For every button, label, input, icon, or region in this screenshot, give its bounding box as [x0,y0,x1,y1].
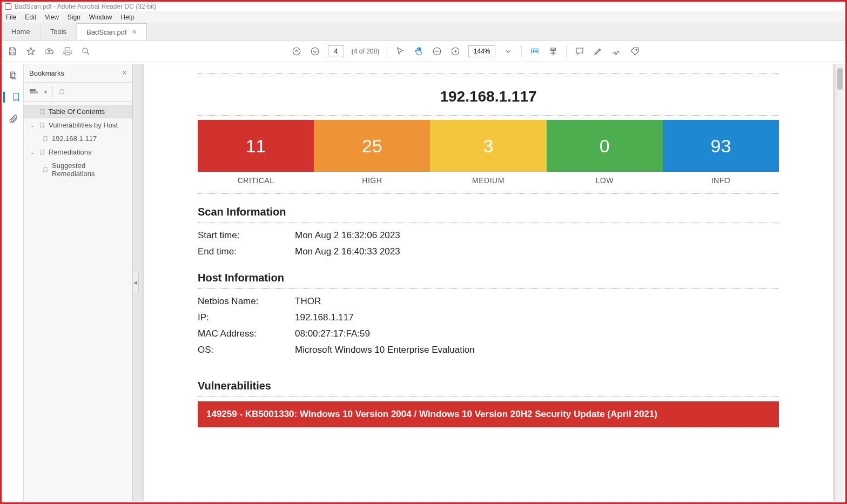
fit-page-icon[interactable] [548,46,559,57]
selection-tool-icon[interactable] [395,46,406,57]
zoom-out-icon[interactable] [432,46,442,57]
svg-rect-8 [30,90,35,91]
save-icon[interactable] [7,46,18,57]
menu-file[interactable]: File [6,14,16,21]
sign-icon[interactable] [611,46,622,57]
fit-width-icon[interactable] [529,46,540,57]
window-title: BadScan.pdf - Adobe Acrobat Reader DC (3… [15,3,156,10]
attachments-panel-icon[interactable] [8,113,19,124]
comment-icon[interactable] [574,46,585,57]
severity-info-count: 93 [663,120,779,172]
bookmark-icon [39,122,45,129]
bookmark-icon [42,135,49,143]
collapse-panel-handle[interactable]: ◀ [133,272,139,293]
severity-high-label: HIGH [314,172,430,189]
toolbar-separator [387,45,387,57]
divider [198,193,779,194]
scan-end-value: Mon Aug 2 16:40:33 2023 [295,246,400,257]
severity-high-count: 25 [314,120,430,172]
bookmark-icon [42,166,49,173]
menu-sign[interactable]: Sign [68,14,80,21]
bookmark-vulnerabilities-by-host[interactable]: ⌄ Vulnerabilities by Host [24,118,132,132]
tab-tools[interactable]: Tools [41,23,77,40]
menu-help[interactable]: Help [121,14,135,21]
host-info-heading: Host Information [198,272,779,284]
divider [198,223,779,223]
svg-rect-6 [10,72,15,78]
scan-info-heading: Scan Information [198,206,779,218]
document-pane[interactable]: ◀ 192.168.1.117 11 25 3 0 93 CRITICAL HI… [133,64,844,501]
zoom-dropdown-icon[interactable] [503,46,514,57]
bookmarks-panel: Bookmarks × ▾ Table Of Contents ⌄ Vulne [24,64,133,501]
hand-tool-icon[interactable] [413,46,424,57]
severity-low-label: LOW [547,172,663,189]
scan-end-label: End time: [198,246,295,257]
highlight-icon[interactable] [593,46,603,57]
toolbar-separator [566,45,567,57]
mac-row: MAC Address: 08:00:27:17:FA:59 [198,326,779,342]
bookmark-suggested-remediations[interactable]: Suggested Remediations [24,159,132,180]
bookmarks-toolbar: ▾ [24,83,132,102]
svg-point-1 [293,48,300,55]
bookmark-host-ip[interactable]: 192.168.1.117 [24,132,132,145]
ip-row: IP: 192.168.1.117 [198,310,779,326]
mac-label: MAC Address: [198,328,295,339]
chevron-down-icon[interactable]: ⌄ [30,149,36,155]
tab-bar: Home Tools BadScan.pdf × [2,23,845,41]
bookmark-table-of-contents[interactable]: Table Of Contents [24,105,132,118]
print-icon[interactable] [62,46,73,57]
zoom-in-icon[interactable] [450,46,461,57]
bookmark-icon [39,108,45,116]
find-icon[interactable] [80,46,91,57]
severity-critical-count: 11 [198,120,314,172]
cloud-upload-icon[interactable] [44,46,55,57]
bookmark-remediations[interactable]: ⌄ Remediations [24,145,132,159]
svg-rect-9 [30,92,35,93]
close-panel-icon[interactable]: × [122,68,127,78]
chevron-down-icon[interactable]: ⌄ [30,122,36,128]
severity-info-label: INFO [663,172,779,189]
vertical-scrollbar[interactable] [836,64,844,501]
left-rail [3,64,24,501]
severity-critical-label: CRITICAL [198,172,314,189]
zoom-level-input[interactable] [468,45,495,57]
menu-view[interactable]: View [45,14,59,21]
divider [198,73,779,74]
bookmarks-title: Bookmarks [29,69,64,77]
severity-low-count: 0 [547,120,663,172]
bookmark-options-icon[interactable] [28,86,39,97]
bookmark-label: 192.168.1.117 [52,135,97,143]
tab-document[interactable]: BadScan.pdf × [77,23,147,40]
menu-window[interactable]: Window [89,14,112,21]
os-row: OS: Microsoft Windows 10 Enterprise Eval… [198,342,779,358]
scrollbar-thumb[interactable] [837,68,843,90]
divider [198,288,779,289]
bookmark-label: Table Of Contents [49,107,105,116]
thumbnails-panel-icon[interactable] [8,70,19,81]
bookmarks-panel-icon[interactable] [3,92,23,103]
menu-edit[interactable]: Edit [25,14,36,21]
page-down-icon[interactable] [310,46,320,57]
page-count-label: (4 of 208) [352,48,379,55]
star-icon[interactable] [25,46,36,57]
svg-rect-7 [12,73,16,79]
bookmark-label: Vulnerabilities by Host [49,121,118,129]
bookmark-label: Remediations [49,148,92,156]
tab-home[interactable]: Home [2,23,41,40]
bookmark-icon [39,149,45,156]
new-bookmark-icon[interactable] [58,88,65,96]
os-label: OS: [198,345,295,355]
vulnerabilities-heading: Vulnerabilities [198,380,779,392]
toolbar-separator [52,86,53,98]
svg-point-5 [636,49,637,50]
page-up-icon[interactable] [291,46,302,57]
close-tab-icon[interactable]: × [132,28,137,36]
divider [198,115,779,116]
page-title: 192.168.1.117 [198,78,779,111]
tag-icon[interactable] [629,46,640,57]
ip-value: 192.168.1.117 [295,312,354,323]
scan-start-value: Mon Aug 2 16:32:06 2023 [295,230,400,241]
netbios-row: Netbios Name: THOR [198,293,779,310]
page-number-input[interactable] [328,45,344,57]
chevron-down-icon[interactable]: ▾ [44,89,47,95]
